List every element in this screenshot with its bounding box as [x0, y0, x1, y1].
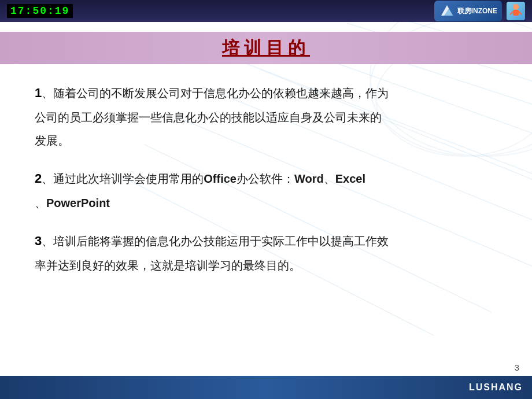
powerpoint-label: PowerPoint: [46, 197, 110, 209]
svg-line-18: [519, 12, 522, 14]
point-1-line1: 、随着公司的不断发展公司对于信息化办公的依赖也越来越高，作为: [42, 87, 389, 99]
point-1-text: 1、随着公司的不断发展公司对于信息化办公的依赖也越来越高，作为 公司的员工必须掌…: [35, 80, 497, 152]
mountain-icon: [439, 3, 455, 19]
slide-number: 3: [515, 363, 519, 372]
svg-line-17: [510, 12, 513, 14]
content-block-1: 1、随着公司的不断发展公司对于信息化办公的依赖也越来越高，作为 公司的员工必须掌…: [35, 80, 497, 152]
svg-point-15: [513, 4, 519, 10]
point-1-number: 1: [35, 86, 42, 100]
logo-text: 联房INZONE: [457, 6, 497, 16]
title-banner: 培训目的: [0, 32, 532, 64]
svg-rect-16: [513, 10, 519, 16]
point-2-text2: 办公软件：: [237, 172, 294, 185]
point-2-text1: 、通过此次培训学会使用常用的: [42, 172, 204, 185]
logo-area: 联房INZONE: [434, 1, 525, 21]
bottom-bar: LUSHANG: [0, 376, 532, 399]
office-label: Office: [204, 172, 237, 185]
logo-badge: 联房INZONE: [434, 1, 502, 21]
point-1-line2: 公司的员工必须掌握一些信息化办公的技能以适应自身及公司未来的: [35, 111, 382, 124]
slide-title: 培训目的: [222, 36, 310, 60]
point-3-line2: 率并达到良好的效果，这就是培训学习的最终目的。: [35, 259, 301, 272]
point-3-line1: 、培训后能将掌握的信息化办公技能运用于实际工作中以提高工作效: [42, 235, 389, 247]
top-bar: 17:50:19 联房INZONE: [0, 0, 532, 22]
content-area: 1、随着公司的不断发展公司对于信息化办公的依赖也越来越高，作为 公司的员工必须掌…: [0, 64, 532, 376]
point-3-number: 3: [35, 234, 42, 248]
point-3-text: 3、培训后能将掌握的信息化办公技能运用于实际工作中以提高工作效 率并达到良好的效…: [35, 228, 497, 277]
excel-label: Excel: [335, 172, 365, 185]
bottom-logo: LUSHANG: [469, 382, 523, 393]
clock-display: 17:50:19: [7, 4, 73, 18]
content-block-3: 3、培训后能将掌握的信息化办公技能运用于实际工作中以提高工作效 率并达到良好的效…: [35, 228, 497, 277]
point-2-text4: 、: [35, 197, 46, 209]
content-block-2: 2、通过此次培训学会使用常用的Office办公软件：Word、Excel 、Po…: [35, 166, 497, 215]
word-label: Word: [294, 172, 324, 185]
point-2-text3: 、: [324, 172, 335, 185]
point-1-line3: 发展。: [35, 134, 69, 147]
point-2-text: 2、通过此次培训学会使用常用的Office办公软件：Word、Excel 、Po…: [35, 166, 497, 215]
point-2-number: 2: [35, 171, 42, 186]
mascot-icon: [507, 2, 525, 20]
